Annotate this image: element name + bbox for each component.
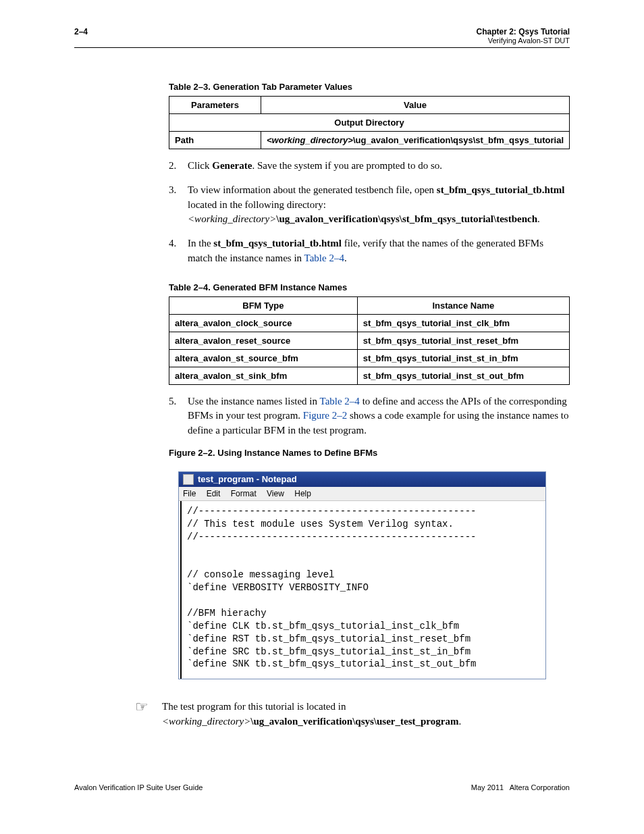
note-block: ☞ The test program for this tutorial is …: [135, 700, 570, 729]
notepad-menubar: File Edit Format View Help: [179, 487, 545, 501]
text: In the: [188, 238, 213, 249]
notepad-title-text: test_program - Notepad: [198, 474, 297, 484]
step-5: 5. Use the instance names listed in Tabl…: [169, 394, 570, 438]
list-number: 4.: [169, 236, 181, 266]
chapter-title: Chapter 2: Qsys Tutorial: [477, 27, 570, 36]
path-variable: <working_directory>: [267, 135, 353, 145]
menu-help[interactable]: Help: [294, 489, 311, 498]
menu-view[interactable]: View: [267, 489, 284, 498]
table-2-4-caption: Table 2–4. Generated BFM Instance Names: [169, 282, 570, 292]
table-section-row: Output Directory: [169, 114, 570, 132]
table-header-cell: Instance Name: [357, 296, 569, 314]
table-2-4-link[interactable]: Table 2–4: [320, 396, 360, 407]
text: The test program for this tutorial is lo…: [162, 701, 346, 712]
text: Click: [188, 160, 212, 171]
table-row: altera_avalon_st_sink_bfm st_bfm_qsys_tu…: [169, 367, 570, 384]
page-header: 2–4 Chapter 2: Qsys Tutorial Verifying A…: [74, 27, 570, 45]
path-literal: \ug_avalon_verification\qsys\user_test_p…: [250, 716, 458, 727]
text: To view information about the generated …: [188, 184, 437, 195]
hand-pointer-icon: ☞: [135, 700, 149, 714]
path-variable: <working_directory>: [162, 716, 250, 727]
table-cell: st_bfm_qsys_tutorial_inst_st_out_bfm: [357, 367, 569, 384]
section-title: Verifying Avalon-ST DUT: [477, 36, 570, 45]
notepad-titlebar: test_program - Notepad: [179, 472, 545, 487]
table-cell: altera_avalon_st_source_bfm: [169, 349, 358, 367]
table-row: Path <working_directory>\ug_avalon_verif…: [169, 132, 570, 149]
step-3: 3. To view information about the generat…: [169, 183, 570, 227]
notepad-window: test_program - Notepad File Edit Format …: [178, 471, 546, 680]
step-2: 2. Click Generate. Save the system if yo…: [169, 159, 570, 174]
table-cell: st_bfm_qsys_tutorial_inst_reset_bfm: [357, 332, 569, 349]
path-literal: \ug_avalon_verification\qsys\st_bfm_qsys…: [276, 213, 537, 224]
list-number: 5.: [169, 394, 181, 438]
table-cell: st_bfm_qsys_tutorial_inst_clk_bfm: [357, 314, 569, 332]
menu-format[interactable]: Format: [231, 489, 257, 498]
footer-date: May 2011: [471, 783, 504, 791]
text: .: [344, 253, 347, 263]
table-cell: <working_directory>\ug_avalon_verificati…: [261, 132, 570, 149]
table-header-cell: Value: [261, 97, 570, 114]
header-rule: [74, 47, 570, 48]
table-2-4-link[interactable]: Table 2–4: [304, 253, 344, 263]
figure-2-2: test_program - Notepad File Edit Format …: [178, 471, 546, 680]
table-2-4: BFM Type Instance Name altera_avalon_clo…: [169, 296, 570, 385]
notepad-content: //--------------------------------------…: [180, 501, 545, 679]
text: .: [537, 213, 540, 224]
table-row: altera_avalon_clock_source st_bfm_qsys_t…: [169, 314, 570, 332]
table-row: altera_avalon_st_source_bfm st_bfm_qsys_…: [169, 349, 570, 367]
figure-2-2-caption: Figure 2–2. Using Instance Names to Defi…: [169, 448, 570, 458]
table-header-cell: BFM Type: [169, 296, 358, 314]
menu-edit[interactable]: Edit: [207, 489, 221, 498]
table-cell: Path: [169, 132, 261, 149]
path-variable: <working_directory>: [188, 213, 276, 224]
text: Use the instance names listed in: [188, 396, 320, 407]
page-number: 2–4: [74, 27, 88, 45]
table-cell: altera_avalon_st_sink_bfm: [169, 367, 358, 384]
figure-2-2-link[interactable]: Figure 2–2: [303, 410, 347, 421]
list-number: 3.: [169, 183, 181, 227]
step-4: 4. In the st_bfm_qsys_tutorial_tb.html f…: [169, 236, 570, 266]
page-footer: Avalon Verification IP Suite User Guide …: [74, 783, 570, 791]
menu-file[interactable]: File: [183, 489, 196, 498]
table-header-cell: Parameters: [169, 97, 261, 114]
filename: st_bfm_qsys_tutorial_tb.html: [437, 184, 565, 195]
table-cell: altera_avalon_clock_source: [169, 314, 358, 332]
table-header-row: BFM Type Instance Name: [169, 296, 570, 314]
filename: st_bfm_qsys_tutorial_tb.html: [213, 238, 342, 249]
text: .: [458, 716, 461, 727]
table-row: altera_avalon_reset_source st_bfm_qsys_t…: [169, 332, 570, 349]
table-section-cell: Output Directory: [169, 114, 570, 132]
ui-label: Generate: [212, 160, 252, 171]
footer-company: Altera Corporation: [510, 783, 570, 791]
notepad-icon: [183, 474, 194, 485]
text: . Save the system if you are prompted to…: [252, 160, 442, 171]
path-literal: \ug_avalon_verification\qsys\st_bfm_qsys…: [353, 135, 564, 145]
table-cell: altera_avalon_reset_source: [169, 332, 358, 349]
table-header-row: Parameters Value: [169, 97, 570, 114]
table-2-3-caption: Table 2–3. Generation Tab Parameter Valu…: [169, 82, 570, 92]
list-number: 2.: [169, 159, 181, 174]
table-cell: st_bfm_qsys_tutorial_inst_st_in_bfm: [357, 349, 569, 367]
table-2-3: Parameters Value Output Directory Path <…: [169, 96, 570, 149]
text: located in the following directory:: [188, 199, 326, 210]
